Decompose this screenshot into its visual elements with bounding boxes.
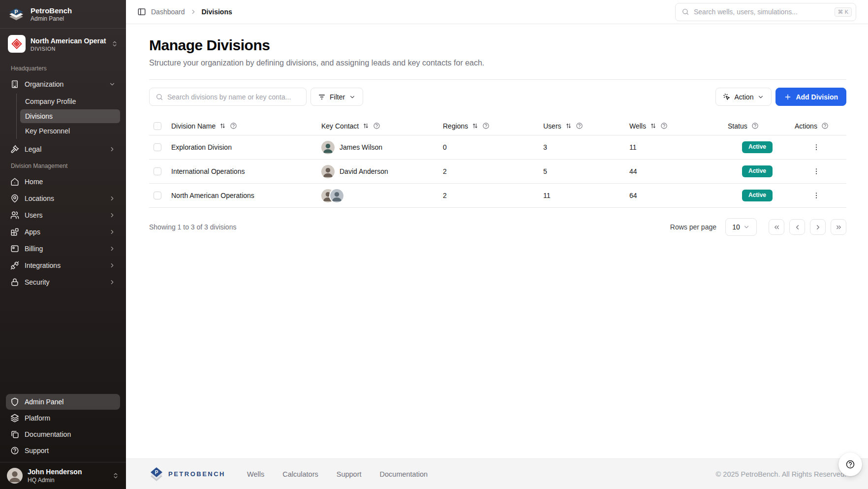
keyboard-shortcut-badge: ⌘ K [835, 7, 852, 17]
users-cell: 3 [543, 143, 629, 151]
pointer-click-icon [723, 93, 731, 101]
sort-icon[interactable] [650, 123, 656, 129]
add-division-label: Add Division [796, 93, 838, 101]
sidebar-item-key-personnel[interactable]: Key Personnel [20, 124, 120, 138]
column-header-status: Status [728, 122, 747, 130]
status-badge: Active [742, 165, 773, 177]
column-header-key-contact: Key Contact [321, 122, 359, 130]
row-checkbox[interactable] [154, 192, 161, 199]
rows-per-page-select[interactable]: 10 [725, 218, 757, 236]
map-pin-icon [10, 194, 19, 203]
petrobench-diamond-icon: P [149, 466, 164, 482]
footer-link-calculators[interactable]: Calculators [282, 470, 318, 478]
sidebar-item-users[interactable]: Users [6, 207, 120, 223]
sidebar-item-billing[interactable]: Billing [6, 241, 120, 257]
chevron-right-icon [109, 279, 116, 286]
footer-link-wells[interactable]: Wells [247, 470, 264, 478]
help-circle-icon[interactable] [751, 122, 759, 130]
gavel-icon [10, 145, 19, 154]
sidebar-item-integrations[interactable]: Integrations [6, 258, 120, 273]
sidebar-toggle-icon[interactable] [137, 7, 146, 16]
row-checkbox[interactable] [154, 167, 161, 175]
sidebar-item-security[interactable]: Security [6, 274, 120, 290]
sidebar-item-apps[interactable]: Apps [6, 224, 120, 240]
previous-page-button[interactable] [789, 219, 805, 235]
sidebar-item-label: Security [25, 278, 50, 286]
divisions-search[interactable] [149, 88, 307, 106]
sidebar-item-label: Home [25, 178, 43, 186]
contact-avatar [330, 189, 343, 202]
blocks-icon [10, 228, 19, 236]
breadcrumb-current: Divisions [202, 8, 232, 16]
chevron-down-icon [743, 224, 750, 230]
sort-icon[interactable] [472, 123, 478, 129]
brand-name: PetroBench [31, 6, 72, 15]
petrobench-logo-icon: P [7, 5, 26, 24]
footer-link-documentation[interactable]: Documentation [380, 470, 428, 478]
lock-icon [10, 278, 19, 287]
status-badge: Active [742, 190, 773, 201]
sidebar-item-divisions[interactable]: Divisions [20, 109, 120, 123]
next-page-button[interactable] [810, 219, 826, 235]
user-role: HQ Admin [28, 477, 107, 484]
action-label: Action [735, 93, 754, 101]
add-division-button[interactable]: Add Division [775, 88, 846, 106]
help-circle-icon[interactable] [373, 122, 380, 130]
sidebar-item-organization[interactable]: Organization [6, 76, 120, 92]
help-circle-icon[interactable] [482, 122, 490, 130]
search-icon [682, 8, 689, 16]
sidebar-item-label: Support [25, 447, 49, 455]
help-fab-button[interactable] [838, 453, 862, 476]
sidebar-item-legal[interactable]: Legal [6, 141, 120, 157]
wells-cell: 11 [629, 143, 728, 151]
help-circle-icon[interactable] [660, 122, 668, 130]
row-actions-menu-icon[interactable] [809, 164, 823, 178]
global-search[interactable]: ⌘ K [675, 3, 856, 21]
divisions-search-input[interactable] [167, 93, 300, 101]
row-checkbox[interactable] [154, 143, 161, 151]
first-page-button[interactable] [769, 219, 784, 235]
sidebar-item-platform[interactable]: Platform [6, 410, 120, 426]
chevron-right-icon [109, 262, 116, 269]
status-badge: Active [742, 141, 773, 153]
row-actions-menu-icon[interactable] [809, 140, 823, 154]
breadcrumb-dashboard[interactable]: Dashboard [151, 8, 185, 16]
user-name: John Henderson [28, 468, 107, 477]
filter-button[interactable]: Filter [310, 88, 363, 106]
division-name: North American Operations [31, 37, 106, 45]
plus-icon [784, 93, 792, 101]
sidebar-item-admin-panel[interactable]: Admin Panel [6, 394, 120, 410]
help-circle-icon[interactable] [230, 122, 237, 130]
table-toolbar: Filter Action Add Division [149, 88, 846, 106]
wells-cell: 64 [629, 192, 728, 199]
sidebar-item-documentation[interactable]: Documentation [6, 426, 120, 442]
sort-icon[interactable] [565, 123, 572, 129]
action-button[interactable]: Action [715, 88, 772, 106]
users-cell: 5 [543, 167, 629, 175]
division-logo-icon [8, 35, 26, 53]
footer: P PETROBENCH Wells Calculators Support D… [126, 458, 868, 489]
footer-link-support[interactable]: Support [337, 470, 362, 478]
sidebar-item-company-profile[interactable]: Company Profile [20, 95, 120, 108]
sidebar-item-label: Users [25, 211, 43, 219]
user-menu[interactable]: John Henderson HQ Admin [0, 462, 126, 489]
division-switcher[interactable]: North American Operations DIVISION [4, 33, 122, 55]
sort-icon[interactable] [219, 123, 226, 129]
sidebar-item-locations[interactable]: Locations [6, 191, 120, 206]
footer-logo: P PETROBENCH [149, 466, 225, 482]
chevron-right-icon [109, 195, 116, 202]
building-icon [10, 80, 19, 89]
sidebar-item-support[interactable]: Support [6, 443, 120, 458]
contact-avatar [321, 165, 335, 178]
cable-icon [10, 261, 19, 270]
sort-icon[interactable] [363, 123, 369, 129]
row-actions-menu-icon[interactable] [809, 189, 823, 202]
help-circle-icon[interactable] [576, 122, 583, 130]
global-search-input[interactable] [694, 8, 830, 16]
filter-icon [318, 93, 326, 101]
select-all-checkbox[interactable] [154, 122, 161, 130]
last-page-button[interactable] [831, 219, 846, 235]
help-circle-icon[interactable] [821, 122, 829, 130]
division-name-cell: North American Operations [171, 192, 321, 199]
sidebar-item-home[interactable]: Home [6, 174, 120, 190]
